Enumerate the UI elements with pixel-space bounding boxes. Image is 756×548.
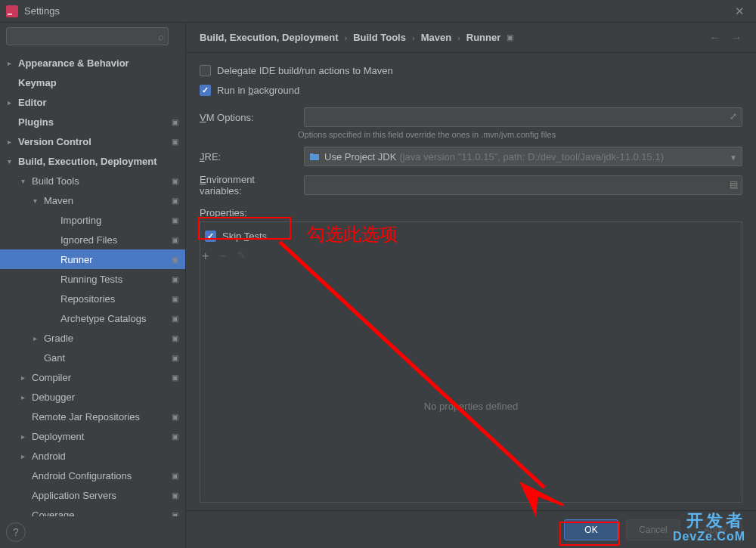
properties-list: No properties defined	[200, 311, 742, 503]
chevron-right-icon: ›	[457, 33, 460, 42]
cancel-button[interactable]: Cancel	[626, 519, 680, 540]
tree-item-label: Editor	[18, 97, 179, 108]
expand-icon[interactable]: ⤢	[727, 110, 739, 122]
tree-item-label: Build Tools	[32, 175, 170, 187]
jre-select[interactable]: Use Project JDK (java version "11.0.15",…	[304, 147, 742, 166]
tree-item-running-tests[interactable]: Running Tests▣	[0, 269, 185, 289]
module-icon: ▣	[170, 236, 179, 243]
nav-forward-icon[interactable]: →	[730, 31, 742, 45]
tree-item-build-execution-deployment[interactable]: ▾Build, Execution, Deployment	[0, 151, 185, 171]
tree-item-ignored-files[interactable]: Ignored Files▣	[0, 230, 185, 249]
window-title: Settings	[24, 5, 729, 17]
help-button[interactable]: ?	[6, 522, 26, 542]
tree-item-label: Gradle	[44, 333, 170, 344]
tree-item-label: Runner	[60, 254, 170, 265]
breadcrumb-part[interactable]: Runner	[466, 32, 501, 43]
module-icon: ▣	[170, 216, 179, 224]
module-icon: ▣	[170, 334, 179, 342]
module-icon: ▣	[507, 33, 513, 42]
tree-item-label: Application Servers	[32, 490, 170, 501]
chevron-icon: ▸	[21, 452, 32, 460]
skip-tests-checkbox[interactable]	[205, 231, 216, 242]
tree-item-maven[interactable]: ▾Maven▣	[0, 190, 185, 210]
tree-item-label: Maven	[44, 195, 170, 206]
vm-options-label: VM Options:	[200, 112, 298, 123]
module-icon: ▣	[170, 138, 179, 145]
module-icon: ▣	[170, 197, 179, 204]
env-input[interactable]	[304, 175, 742, 195]
tree-item-deployment[interactable]: ▸Deployment▣	[0, 426, 185, 446]
background-checkbox[interactable]	[200, 85, 211, 96]
tree-item-application-servers[interactable]: Application Servers▣	[0, 485, 185, 505]
module-icon: ▣	[170, 373, 179, 381]
tree-item-keymap[interactable]: Keymap	[0, 73, 185, 92]
nav-back-icon[interactable]: ←	[709, 31, 721, 45]
module-icon: ▣	[170, 177, 179, 184]
module-icon: ▣	[170, 511, 179, 516]
settings-tree[interactable]: ▸Appearance & BehaviorKeymap▸EditorPlugi…	[0, 50, 185, 516]
breadcrumb-part[interactable]: Maven	[421, 32, 451, 43]
tree-item-plugins[interactable]: Plugins▣	[0, 112, 185, 132]
svg-rect-1	[8, 14, 12, 15]
settings-sidebar: ⌕ ▸Appearance & BehaviorKeymap▸EditorPlu…	[0, 23, 186, 548]
tree-item-version-control[interactable]: ▸Version Control▣	[0, 132, 185, 151]
tree-item-repositories[interactable]: Repositories▣	[0, 289, 185, 308]
module-icon: ▣	[170, 491, 179, 499]
app-logo-icon	[6, 5, 18, 17]
tree-item-remote-jar-repositories[interactable]: Remote Jar Repositories▣	[0, 407, 185, 426]
tree-item-importing[interactable]: Importing▣	[0, 210, 185, 230]
tree-item-label: Keymap	[18, 77, 179, 88]
tree-item-runner[interactable]: Runner▣	[0, 249, 185, 269]
module-icon: ▣	[170, 432, 179, 440]
chevron-icon: ▸	[21, 432, 32, 441]
delegate-checkbox[interactable]	[200, 65, 211, 76]
vm-options-input[interactable]	[304, 107, 742, 127]
skip-tests-label: Skip Tests	[222, 231, 267, 242]
main-panel: Build, Execution, Deployment › Build Too…	[186, 23, 756, 548]
chevron-icon: ▸	[21, 393, 32, 401]
tree-item-coverage[interactable]: Coverage▣	[0, 505, 185, 516]
tree-item-android[interactable]: ▸Android	[0, 446, 185, 466]
apply-button[interactable]: Apply	[688, 519, 742, 540]
module-icon: ▣	[170, 275, 179, 283]
tree-item-label: Ignored Files	[60, 234, 170, 246]
background-label: Run in background	[217, 85, 299, 96]
tree-item-gradle[interactable]: ▸Gradle▣	[0, 328, 185, 348]
tree-item-label: Build, Execution, Deployment	[18, 156, 179, 167]
tree-item-debugger[interactable]: ▸Debugger	[0, 387, 185, 407]
list-icon[interactable]: ▤	[727, 178, 739, 190]
module-icon: ▣	[170, 295, 179, 302]
tree-item-appearance-behavior[interactable]: ▸Appearance & Behavior	[0, 53, 185, 73]
tree-item-label: Version Control	[18, 136, 170, 147]
chevron-icon: ▸	[8, 138, 18, 146]
edit-button[interactable]: ✎	[237, 249, 246, 263]
add-button[interactable]: +	[202, 249, 209, 263]
tree-item-label: Compiler	[32, 372, 170, 383]
tree-item-editor[interactable]: ▸Editor	[0, 92, 185, 112]
ok-button[interactable]: OK	[564, 519, 618, 540]
tree-item-gant[interactable]: Gant▣	[0, 348, 185, 367]
tree-item-build-tools[interactable]: ▾Build Tools▣	[0, 171, 185, 190]
properties-label: Properties:	[200, 207, 742, 218]
tree-item-archetype-catalogs[interactable]: Archetype Catalogs▣	[0, 308, 185, 328]
search-input[interactable]	[6, 27, 169, 45]
dialog-buttons: OK Cancel Apply	[186, 510, 756, 548]
module-icon: ▣	[170, 354, 179, 361]
env-label: Environment variables:	[200, 174, 298, 197]
breadcrumb-part[interactable]: Build Tools	[353, 32, 406, 43]
chevron-down-icon: ▼	[730, 153, 737, 162]
breadcrumb-part[interactable]: Build, Execution, Deployment	[200, 32, 338, 43]
breadcrumb: Build, Execution, Deployment › Build Too…	[186, 23, 756, 53]
tree-item-android-configurations[interactable]: Android Configurations▣	[0, 466, 185, 485]
tree-item-label: Remote Jar Repositories	[32, 411, 170, 423]
tree-item-compiler[interactable]: ▸Compiler▣	[0, 367, 185, 387]
remove-button[interactable]: −	[219, 249, 226, 263]
chevron-icon: ▸	[33, 334, 44, 342]
module-icon: ▣	[170, 472, 179, 479]
folder-icon	[309, 152, 320, 161]
tree-item-label: Deployment	[32, 431, 170, 442]
jre-label: JRE:	[200, 151, 298, 163]
window-close-button[interactable]: ✕	[729, 5, 750, 18]
delegate-label: Delegate IDE build/run actions to Maven	[217, 65, 393, 76]
tree-item-label: Repositories	[60, 293, 170, 305]
